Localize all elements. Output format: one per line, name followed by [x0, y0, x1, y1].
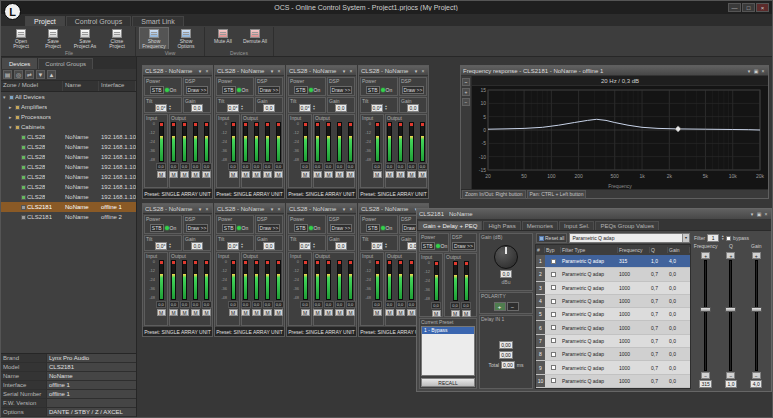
peq-row[interactable]: 9Parametric Q adap10000,70,0: [536, 361, 690, 374]
standby-button[interactable]: STB: [294, 224, 308, 232]
mute-button[interactable]: M: [229, 171, 238, 178]
gain-value[interactable]: 0,0: [263, 104, 275, 112]
channel-gain-value[interactable]: 0,0: [263, 301, 273, 308]
mute-button[interactable]: M: [274, 309, 283, 316]
detail-tab-memories[interactable]: Memories: [522, 221, 558, 230]
mute-button[interactable]: M: [180, 171, 189, 178]
polarity-plus-button[interactable]: +: [494, 302, 506, 311]
sidebar-tab-devices[interactable]: Devices: [2, 58, 37, 69]
mute-button[interactable]: M: [313, 171, 322, 178]
delay-value-1[interactable]: 0,00: [499, 341, 513, 349]
filter-spinner[interactable]: ▲ ▼: [721, 235, 724, 241]
tree-row[interactable]: CLS28NoName192.168.1.105: [1, 182, 136, 192]
mute-button[interactable]: M: [373, 309, 382, 316]
mute-button[interactable]: M: [241, 309, 250, 316]
spin-down-icon[interactable]: ▼: [384, 246, 387, 249]
draw-button[interactable]: Draw >>: [452, 242, 475, 250]
mute-button[interactable]: M: [385, 171, 394, 178]
standby-button[interactable]: STB: [294, 86, 308, 94]
twisty-open-icon[interactable]: ▾: [9, 124, 14, 130]
spin-down-icon[interactable]: ▼: [721, 238, 724, 241]
channel-gain-value[interactable]: 0,0: [241, 301, 251, 308]
mute-button[interactable]: M: [385, 309, 394, 316]
close-icon[interactable]: ×: [276, 206, 282, 212]
close-icon[interactable]: ×: [204, 206, 210, 212]
channel-gain-value[interactable]: 0,0: [156, 301, 166, 308]
curve-marker[interactable]: [675, 126, 681, 132]
zoom-out-icon[interactable]: −: [462, 98, 470, 106]
channel-gain-value[interactable]: 0,0: [228, 163, 238, 170]
device-panel-titlebar[interactable]: CLS28 - NoName ▾ ×: [359, 66, 428, 76]
standby-button[interactable]: STB: [222, 86, 236, 94]
refresh-icon[interactable]: ⇄: [25, 70, 34, 79]
mute-button[interactable]: M: [241, 171, 250, 178]
mute-button[interactable]: M: [274, 171, 283, 178]
mute-button[interactable]: M: [396, 171, 405, 178]
mute-button[interactable]: M: [335, 309, 344, 316]
tree-row[interactable]: ▾Cabinets: [1, 122, 136, 132]
channel-gain-value[interactable]: 0,0: [263, 163, 273, 170]
mute-button[interactable]: M: [407, 309, 416, 316]
standby-button[interactable]: STB: [150, 224, 164, 232]
fader-track[interactable]: [729, 260, 732, 371]
mute-button[interactable]: M: [157, 309, 166, 316]
freq-window-titlebar[interactable]: Frequency response - CLS2181 - NoName - …: [461, 66, 768, 76]
mute-button[interactable]: M: [301, 171, 310, 178]
gain-knob[interactable]: [494, 245, 518, 269]
spin-down-icon[interactable]: ▼: [240, 108, 243, 111]
fader-value[interactable]: 4,0: [750, 380, 762, 388]
tree-row[interactable]: CLS28NoName192.168.1.102: [1, 162, 136, 172]
channel-gain-value[interactable]: 0,0: [346, 163, 356, 170]
tilt-spinner[interactable]: ▲ ▼: [312, 105, 315, 111]
mute-button[interactable]: M: [263, 171, 272, 178]
bypass-checkbox[interactable]: [551, 352, 556, 357]
expand-all-icon[interactable]: ▼: [36, 70, 45, 79]
channel-gain-value[interactable]: 0,0: [274, 301, 284, 308]
channel-gain-value[interactable]: 0,0: [202, 163, 212, 170]
close-icon[interactable]: ×: [348, 68, 354, 74]
tilt-value[interactable]: 0,0°: [155, 104, 168, 112]
mute-button[interactable]: M: [432, 310, 441, 317]
channel-gain-value[interactable]: 0,0: [313, 301, 323, 308]
tree-row[interactable]: CLS28NoName192.168.1.101: [1, 152, 136, 162]
draw-button[interactable]: Draw >>: [186, 86, 209, 94]
ribbon-tab-smart-link[interactable]: Smart Link: [132, 16, 183, 26]
tilt-spinner[interactable]: ▲ ▼: [312, 243, 315, 249]
mute-button[interactable]: M: [229, 309, 238, 316]
standby-button[interactable]: STB: [421, 242, 435, 250]
standby-button[interactable]: STB: [366, 224, 380, 232]
channel-gain-value[interactable]: 0,0: [191, 163, 201, 170]
tilt-value[interactable]: 0,0°: [227, 104, 240, 112]
mute-button[interactable]: M: [202, 171, 211, 178]
channel-gain-value[interactable]: 0,0: [372, 301, 382, 308]
recall-button[interactable]: RECALL: [421, 378, 475, 387]
spin-down-icon[interactable]: ▼: [312, 108, 315, 111]
channel-gain-value[interactable]: 0,0: [202, 301, 212, 308]
draw-button[interactable]: Draw >>: [258, 86, 281, 94]
peq-row[interactable]: 5Parametric Q adap10000,70,0: [536, 308, 690, 321]
tilt-value[interactable]: 0,0°: [299, 242, 312, 250]
pin-icon[interactable]: ▾: [341, 68, 347, 74]
peq-row[interactable]: 10Parametric Q adap10000,70,0: [536, 375, 690, 388]
zoom-in-icon[interactable]: +: [462, 88, 470, 96]
fader-handle[interactable]: [751, 307, 762, 312]
network-icon[interactable]: ▤: [3, 70, 12, 79]
channel-gain-value[interactable]: 0,0: [324, 301, 334, 308]
fader-track[interactable]: [704, 260, 707, 371]
mute-button[interactable]: M: [462, 310, 471, 317]
bypass-checkbox[interactable]: [551, 285, 556, 290]
device-panel-titlebar[interactable]: CLS28 - NoName ▾ ×: [143, 66, 212, 76]
peq-row[interactable]: 8Parametric Q adap10000,70,0: [536, 348, 690, 361]
tilt-spinner[interactable]: ▲ ▼: [168, 243, 171, 249]
device-panel-titlebar[interactable]: CLS28 - NoName ▾ ×: [143, 204, 212, 214]
channel-gain-value[interactable]: 0,0: [156, 163, 166, 170]
mute-button[interactable]: M: [324, 309, 333, 316]
tree-row[interactable]: ▾All Devices: [1, 92, 136, 102]
minimize-icon[interactable]: —: [728, 3, 741, 12]
detail-tab-gain-delay-peq[interactable]: Gain + Delay + PEQ: [418, 221, 482, 230]
channel-gain-value[interactable]: 0,0: [169, 163, 179, 170]
mute-button[interactable]: M: [346, 309, 355, 316]
bypass-checkbox[interactable]: [551, 378, 556, 383]
fader-plus-button[interactable]: +: [752, 252, 761, 259]
device-panel-titlebar[interactable]: CLS28 - NoName ▾ ×: [215, 66, 284, 76]
